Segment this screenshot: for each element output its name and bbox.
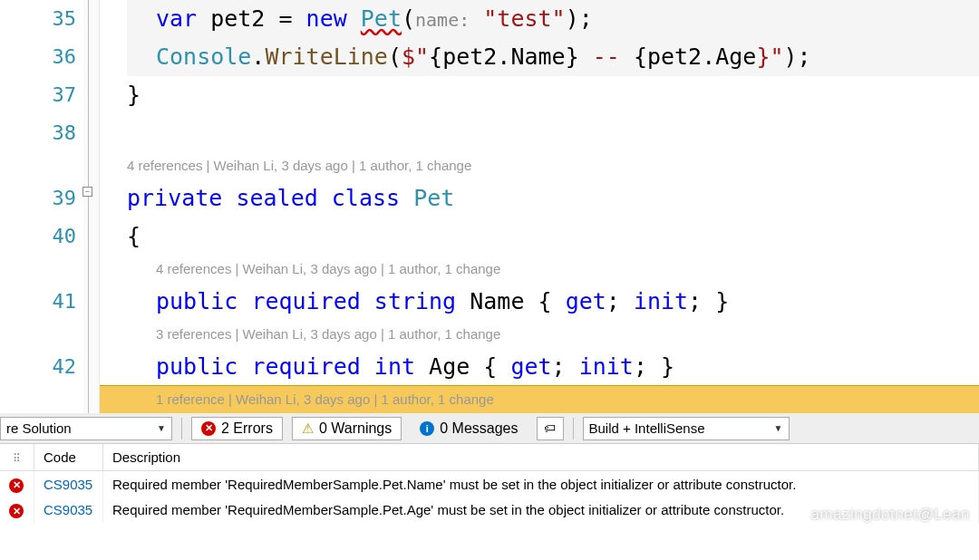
errors-count-label: 2 Errors (221, 420, 273, 437)
scope-dropdown[interactable]: re Solution ▼ (0, 417, 172, 440)
error-list-toolbar: re Solution ▼ ✕ 2 Errors ⚠ 0 Warnings i … (0, 413, 979, 444)
line-number: 39 (0, 179, 76, 217)
chevron-down-icon: ▼ (774, 423, 783, 433)
error-row[interactable]: ✕ CS9035 Required member 'RequiredMember… (0, 471, 979, 497)
code-line[interactable]: var pet2 = new Pet(name: "test"); (127, 0, 979, 38)
clear-filter-button[interactable]: 🏷 (537, 417, 564, 440)
filter-clear-icon: 🏷 (544, 421, 556, 435)
error-code-link[interactable]: CS9035 (44, 477, 92, 492)
code-editor[interactable]: var pet2 = new Pet(name: "test"); Consol… (100, 0, 979, 413)
code-line[interactable]: } (127, 76, 979, 114)
toolbar-separator (573, 418, 574, 439)
column-header-description[interactable]: Description (103, 444, 979, 471)
error-list-table: ⠿ Code Description ✕ CS9035 Required mem… (0, 444, 979, 523)
error-row[interactable]: ✕ CS9035 Required member 'RequiredMember… (0, 497, 979, 524)
code-line[interactable]: public required string Name { get; init;… (127, 283, 979, 321)
code-line[interactable] (127, 114, 979, 152)
code-line[interactable]: private sealed class Pet (127, 179, 979, 217)
error-icon: ✕ (201, 421, 216, 436)
outline-margin[interactable]: − (83, 0, 100, 413)
line-number: 38 (0, 114, 76, 152)
line-number-gutter: 35 36 37 38 39 40 41 42 (0, 0, 83, 413)
line-number: 40 (0, 217, 76, 256)
error-squiggle[interactable]: Pet (361, 5, 402, 32)
warning-icon: ⚠ (302, 420, 314, 437)
info-icon: i (420, 421, 434, 436)
line-number: 35 (0, 0, 76, 38)
grip-icon: ⠿ (9, 452, 24, 465)
column-header-icon[interactable]: ⠿ (0, 444, 34, 471)
messages-filter-button[interactable]: i 0 Messages (411, 417, 527, 440)
line-number: 37 (0, 76, 76, 114)
line-number: 41 (0, 283, 76, 321)
line-number: 36 (0, 38, 76, 76)
code-line[interactable]: { (127, 217, 979, 256)
toolbar-separator (181, 418, 182, 439)
code-line[interactable]: Console.WriteLine($"{pet2.Name} -- {pet2… (127, 38, 979, 76)
codelens[interactable]: 4 references | Weihan Li, 3 days ago | 1… (127, 152, 979, 179)
codelens[interactable]: 4 references | Weihan Li, 3 days ago | 1… (127, 256, 979, 283)
error-icon: ✕ (9, 504, 24, 518)
fold-toggle-icon[interactable]: − (82, 187, 92, 197)
code-line[interactable]: public required int Age { get; init; } (127, 348, 979, 386)
codelens[interactable]: 3 references | Weihan Li, 3 days ago | 1… (127, 321, 979, 348)
error-description: Required member 'RequiredMemberSample.Pe… (103, 497, 979, 524)
codelens[interactable]: 1 reference | Weihan Li, 3 days ago | 1 … (127, 386, 979, 413)
line-number: 42 (0, 348, 76, 386)
chevron-down-icon: ▼ (157, 423, 166, 433)
error-code-link[interactable]: CS9035 (44, 502, 92, 517)
warnings-filter-button[interactable]: ⚠ 0 Warnings (292, 417, 402, 440)
error-icon: ✕ (9, 478, 24, 493)
source-dropdown[interactable]: Build + IntelliSense ▼ (583, 417, 790, 440)
inline-param-hint: name: (415, 9, 470, 31)
messages-count-label: 0 Messages (440, 420, 518, 437)
error-description: Required member 'RequiredMemberSample.Pe… (103, 471, 979, 497)
source-dropdown-label: Build + IntelliSense (589, 420, 705, 436)
scope-dropdown-label: re Solution (6, 420, 72, 436)
warnings-count-label: 0 Warnings (319, 420, 392, 437)
errors-filter-button[interactable]: ✕ 2 Errors (191, 417, 283, 440)
column-header-code[interactable]: Code (34, 444, 103, 471)
